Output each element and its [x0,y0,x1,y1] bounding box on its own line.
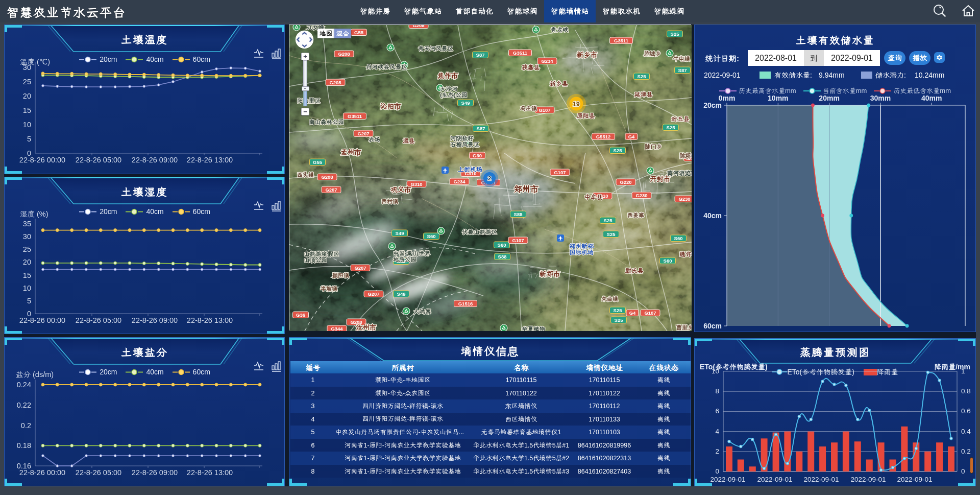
svg-text:0.24: 0.24 [17,381,31,389]
svg-text:S87: S87 [678,67,687,73]
svg-text:孟州市: 孟州市 [340,148,361,157]
svg-text:新乡市: 新乡市 [577,50,598,59]
svg-text:农场: 农场 [369,135,380,143]
svg-text:开封市: 开封市 [650,174,671,183]
svg-text:S25: S25 [671,31,680,37]
svg-text:焦作市: 焦作市 [437,71,458,80]
svg-text:8: 8 [715,387,719,395]
svg-text:G208: G208 [329,80,341,85]
svg-text:汝州市: 汝州市 [356,323,377,331]
svg-text:G107: G107 [554,170,566,175]
svg-text:颍阳镇: 颍阳镇 [332,272,349,279]
svg-text:G230: G230 [678,196,690,202]
svg-text:新乡县: 新乡县 [550,80,568,87]
svg-text:S60: S60 [427,233,436,239]
svg-text:22-8-26 05:00: 22-8-26 05:00 [76,156,121,164]
svg-text:22-8-26 09:00: 22-8-26 09:00 [132,156,178,164]
svg-text:G36: G36 [296,312,305,318]
svg-text:20: 20 [23,258,31,266]
svg-text:西村镇: 西村镇 [381,198,398,205]
svg-text:G310: G310 [410,181,422,187]
svg-text:G107: G107 [644,310,656,316]
svg-text:S60: S60 [498,242,506,248]
svg-text:伏羲山旅游区: 伏羲山旅游区 [462,228,497,235]
svg-text:西姜寨: 西姜寨 [627,211,644,219]
svg-text:S49: S49 [397,291,406,297]
svg-text:S60: S60 [674,235,683,241]
svg-text:19: 19 [573,101,580,108]
svg-text:(生态)公园: (生态)公园 [440,91,468,99]
svg-text:20cm: 20cm [703,101,722,110]
svg-text:6: 6 [715,407,719,415]
svg-text:温县: 温县 [403,137,415,145]
svg-text:0.18: 0.18 [17,441,31,450]
svg-text:G207: G207 [368,291,379,297]
svg-text:0.6: 0.6 [961,407,971,415]
svg-text:地质公园: 地质公园 [393,255,416,263]
svg-text:G234: G234 [453,179,465,184]
svg-text:陈桥镇: 陈桥镇 [680,152,692,159]
svg-text:S25: S25 [614,148,623,153]
svg-text:10mm: 10mm [768,93,788,103]
svg-text:G3511: G3511 [614,38,629,43]
svg-text:上街机场: 上街机场 [458,166,482,173]
svg-text:G5512: G5512 [596,134,611,139]
svg-text:S60: S60 [664,258,672,264]
svg-text:22-8-26 13:00: 22-8-26 13:00 [187,316,233,324]
svg-text:4: 4 [715,428,719,435]
svg-text:G4: G4 [628,134,635,139]
svg-text:10: 10 [23,121,31,129]
svg-text:G4: G4 [629,310,636,316]
svg-text:S25: S25 [604,218,613,223]
svg-text:22-8-26 00:00: 22-8-26 00:00 [19,156,65,164]
svg-text:25: 25 [23,78,31,86]
svg-text:石榴风景区: 石榴风景区 [450,140,480,148]
svg-text:2022-09-01: 2022-09-01 [757,476,792,483]
svg-text:青天河风景区: 青天河风景区 [418,44,453,52]
svg-text:30: 30 [23,232,31,241]
svg-text:S87: S87 [477,126,485,131]
svg-text:巩义市: 巩义市 [390,185,411,194]
svg-text:S25: S25 [638,74,647,79]
svg-text:胙城乡: 胙城乡 [644,50,661,57]
svg-text:22-8-26 00:00: 22-8-26 00:00 [19,468,65,477]
svg-text:0.8: 0.8 [961,387,971,395]
svg-text:10: 10 [712,367,719,375]
svg-text:30: 30 [23,63,31,72]
svg-text:S87: S87 [476,52,485,58]
svg-text:2022-09-01: 2022-09-01 [710,476,745,483]
svg-text:22-8-26 13:00: 22-8-26 13:00 [187,468,233,477]
svg-text:22-8-26 09:00: 22-8-26 09:00 [132,316,178,324]
svg-text:国际机场: 国际机场 [569,248,594,256]
svg-text:25: 25 [23,245,31,253]
svg-text:G3511: G3511 [348,113,362,119]
svg-text:5: 5 [27,135,31,143]
svg-text:2: 2 [488,175,491,181]
svg-text:0.4: 0.4 [961,428,971,435]
svg-text:中牟县: 中牟县 [584,193,603,201]
svg-text:延津县: 延津县 [634,90,653,98]
svg-text:2: 2 [715,447,719,455]
svg-text:40mm: 40mm [921,93,942,103]
svg-text:G55: G55 [313,159,323,165]
svg-text:朱曲镇: 朱曲镇 [601,295,618,302]
svg-text:G1516: G1516 [458,301,473,307]
svg-text:20mm: 20mm [819,93,839,103]
svg-text:大鸿寨: 大鸿寨 [413,308,431,315]
svg-text:G3511: G3511 [513,50,528,56]
svg-text:西头镇: 西头镇 [297,171,314,178]
svg-text:22-8-26 13:00: 22-8-26 13:00 [187,156,233,164]
svg-text:G107: G107 [512,238,524,243]
svg-text:0: 0 [715,467,719,475]
svg-text:2022-09-01: 2022-09-01 [850,476,886,483]
svg-text:原阳县: 原阳县 [577,112,595,120]
svg-text:半坡镇: 半坡镇 [320,285,337,292]
svg-text:郑州市: 郑州市 [514,183,538,195]
svg-text:G30: G30 [473,153,482,158]
svg-text:G220: G220 [620,179,631,185]
svg-text:获嘉县: 获嘉县 [522,63,540,71]
svg-text:15: 15 [23,106,31,114]
svg-text:青龙峡: 青龙峡 [551,26,569,33]
svg-text:G107: G107 [538,107,550,113]
svg-text:15: 15 [23,271,31,279]
